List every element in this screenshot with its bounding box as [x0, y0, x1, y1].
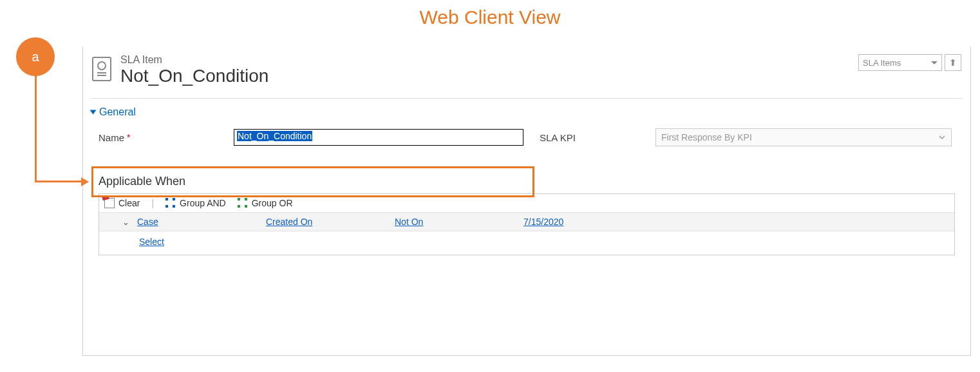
form-frame: SLA Item Not_On_Condition SLA Items ⬆ Ge… — [82, 46, 971, 356]
section-title: General — [99, 106, 136, 118]
required-icon: * — [127, 132, 130, 142]
condition-builder: Clear | Group AND Group OR ⌄ Case Create… — [99, 193, 955, 255]
field-row-name: Name * Not_On_Condition SLA KPI First Re… — [83, 124, 970, 150]
collapse-up-button[interactable]: ⬆ — [945, 54, 961, 71]
arrow-up-icon: ⬆ — [949, 57, 957, 68]
group-and-icon — [165, 198, 176, 208]
name-input[interactable]: Not_On_Condition — [234, 129, 523, 146]
condition-entity[interactable]: Case — [137, 217, 158, 227]
group-and-button[interactable]: Group AND — [165, 198, 226, 208]
group-and-label: Group AND — [180, 198, 226, 208]
section-header-general[interactable]: General — [83, 106, 970, 124]
name-label: Name * — [99, 132, 234, 143]
annotation-connector-h — [35, 181, 84, 182]
toolbar-separator: | — [151, 198, 154, 208]
sla-kpi-label: SLA KPI — [527, 132, 655, 143]
condition-value[interactable]: 7/15/2020 — [523, 217, 563, 227]
group-or-label: Group OR — [252, 198, 293, 208]
name-field-group: Name * Not_On_Condition — [99, 128, 527, 146]
annotation-badge-a: a — [16, 37, 55, 76]
name-label-text: Name — [99, 132, 124, 143]
view-selector-label: SLA Items — [863, 58, 901, 68]
condition-select-row: Select — [99, 231, 954, 255]
annotation-arrow-icon — [81, 177, 89, 186]
form-header: SLA Item Not_On_Condition SLA Items ⬆ — [83, 46, 970, 98]
sla-kpi-value: First Response By KPI — [661, 132, 752, 142]
condition-operator[interactable]: Not On — [395, 217, 423, 227]
condition-toolbar: Clear | Group AND Group OR — [99, 194, 954, 213]
entity-type-label: SLA Item — [120, 54, 269, 66]
divider — [91, 98, 963, 99]
kpi-field-group: SLA KPI First Response By KPI — [527, 128, 955, 146]
condition-field[interactable]: Created On — [266, 217, 312, 227]
section-caret-icon — [90, 110, 97, 115]
view-selector[interactable]: SLA Items — [858, 54, 942, 71]
condition-row: ⌄ Case Created On Not On 7/15/2020 — [99, 213, 954, 231]
name-input-value: Not_On_Condition — [237, 131, 312, 141]
sla-kpi-select[interactable]: First Response By KPI — [655, 128, 952, 146]
header-right: SLA Items ⬆ — [858, 54, 961, 86]
chevron-down-icon — [938, 133, 946, 141]
group-or-icon — [238, 198, 248, 208]
chevron-down-icon — [931, 61, 938, 64]
applicable-when-title: Applicable When — [83, 150, 970, 193]
group-or-button[interactable]: Group OR — [238, 198, 293, 208]
clear-icon — [104, 198, 115, 208]
entity-icon — [92, 57, 111, 81]
clear-button[interactable]: Clear — [104, 198, 140, 208]
clear-label: Clear — [118, 198, 140, 208]
chevron-down-icon[interactable]: ⌄ — [122, 217, 129, 227]
condition-select-link[interactable]: Select — [139, 237, 164, 247]
record-name: Not_On_Condition — [120, 66, 269, 86]
page-title: Web Client View — [0, 0, 980, 34]
annotation-connector — [35, 75, 37, 182]
header-left: SLA Item Not_On_Condition — [92, 54, 269, 86]
